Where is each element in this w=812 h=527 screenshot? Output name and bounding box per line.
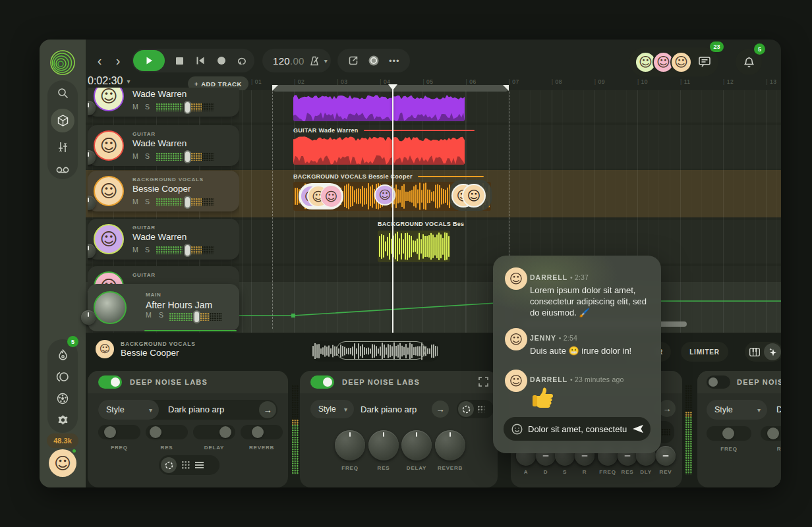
volume-meter[interactable]: [156, 153, 214, 161]
solo-button[interactable]: S: [145, 103, 150, 111]
clip-keys[interactable]: [293, 94, 465, 121]
res-slider[interactable]: [146, 425, 188, 439]
stop-button[interactable]: [169, 50, 190, 71]
redo-forward-button[interactable]: ›: [109, 49, 127, 72]
generate-arrow-button[interactable]: →: [259, 401, 276, 418]
mute-button[interactable]: M: [132, 103, 138, 111]
generate-arrow-button[interactable]: →: [432, 401, 449, 418]
style-dropdown[interactable]: Style▾: [98, 400, 159, 420]
export-icon[interactable]: [343, 50, 363, 71]
mute-button[interactable]: M: [132, 198, 138, 206]
track-card[interactable]: ☺GUITARWade WarrenMS: [88, 219, 239, 260]
waveform-minimap[interactable]: [310, 341, 440, 362]
loop-start-flag[interactable]: [272, 85, 278, 91]
volume-slider-thumb[interactable]: [184, 101, 191, 114]
app-logo[interactable]: [48, 48, 77, 77]
pan-knob[interactable]: [88, 244, 96, 258]
solo-button[interactable]: S: [145, 246, 150, 254]
recordings-icon[interactable]: [51, 158, 74, 182]
stat-counter[interactable]: 48.3k: [47, 433, 78, 448]
res-slider[interactable]: [761, 426, 781, 441]
mixer-sliders-icon[interactable]: [51, 135, 74, 159]
volume-slider-thumb[interactable]: [184, 244, 191, 257]
reverb-slider[interactable]: [241, 425, 283, 439]
expand-icon[interactable]: [478, 377, 488, 387]
grid-mode-icon[interactable]: [478, 406, 484, 412]
play-button[interactable]: [133, 50, 165, 71]
more-options-button[interactable]: •••: [384, 50, 405, 71]
record-button[interactable]: [211, 50, 232, 71]
volume-meter[interactable]: [156, 103, 214, 111]
time-display[interactable]: 0:02:30▾: [88, 75, 130, 87]
track-card[interactable]: ☺GUITARWade WarrenMS: [88, 125, 239, 166]
plugin-toggle[interactable]: [98, 375, 122, 389]
reverb-knob[interactable]: [435, 430, 465, 460]
send-icon[interactable]: [632, 424, 644, 433]
limiter-button[interactable]: LIMITER: [681, 342, 728, 362]
undo-back-button[interactable]: ‹: [91, 49, 108, 72]
res-knob[interactable]: [368, 430, 399, 460]
sample-wheel-icon[interactable]: [51, 387, 74, 410]
volume-meter[interactable]: [156, 198, 214, 206]
loop-mode-icon[interactable]: [458, 401, 474, 417]
minimap-selection[interactable]: [336, 341, 426, 360]
plugin-toggle[interactable]: [707, 375, 730, 389]
playhead[interactable]: [392, 86, 393, 333]
clip-guitar[interactable]: [293, 135, 465, 165]
instruments-cube-icon[interactable]: [51, 109, 74, 132]
volume-slider-thumb[interactable]: [184, 150, 191, 163]
collaborator-avatar-3[interactable]: ☺: [670, 51, 692, 73]
track-card[interactable]: ☺BACKGROUND VOCALSBessie CooperMS: [88, 171, 239, 211]
mute-button[interactable]: M: [146, 311, 152, 319]
collaborators-group: ☺ ☺ ☺: [629, 47, 718, 76]
list-mode-icon[interactable]: [195, 462, 204, 468]
style-dropdown[interactable]: Style▾: [310, 400, 354, 418]
delay-slider[interactable]: [193, 425, 235, 439]
loop-end-flag[interactable]: [503, 85, 509, 91]
playhead-handle[interactable]: [388, 84, 397, 90]
pan-knob[interactable]: [88, 101, 96, 115]
clip-background-vocals-2[interactable]: [378, 231, 450, 262]
comment-avatar-pair[interactable]: ☺ ☺: [450, 180, 492, 211]
tempo-control[interactable]: 120.00 ▾: [262, 49, 331, 72]
message-avatar: ☺: [505, 267, 527, 290]
delay-knob[interactable]: [401, 430, 432, 460]
track-card[interactable]: ☺Wade WarrenMS: [88, 88, 239, 117]
ai-sparkle-icon[interactable]: [764, 343, 781, 360]
volume-meter[interactable]: [156, 246, 214, 254]
loop-button[interactable]: [232, 50, 253, 71]
chat-icon[interactable]: [699, 57, 710, 67]
grid-mode-icon[interactable]: [182, 461, 190, 469]
mute-button[interactable]: M: [132, 246, 138, 254]
reverb-knob[interactable]: [656, 446, 676, 466]
pan-knob[interactable]: [88, 150, 96, 165]
settings-gear-icon[interactable]: [51, 408, 74, 431]
piano-keys-icon[interactable]: [747, 344, 763, 360]
search-icon[interactable]: [51, 81, 74, 105]
loop-mode-icon[interactable]: [161, 457, 177, 473]
plugin-toggle[interactable]: [310, 375, 334, 389]
skip-to-start-button[interactable]: [190, 50, 211, 71]
comment-avatar-cluster[interactable]: ☺ ☺ ☺: [299, 183, 343, 209]
solo-button[interactable]: S: [145, 198, 150, 206]
mute-button[interactable]: M: [132, 152, 138, 160]
emoji-picker-icon[interactable]: [511, 424, 523, 435]
message-text: Lorem ipsum dolor sit amet, consectetur …: [530, 285, 650, 318]
track-card-main[interactable]: MAIN After Hours Jam M S: [88, 284, 239, 331]
solo-button[interactable]: S: [159, 311, 163, 319]
volume-meter[interactable]: [169, 313, 222, 321]
loops-icon[interactable]: [51, 365, 74, 389]
track-name: After Hours Jam: [146, 300, 212, 310]
style-dropdown[interactable]: Style▾: [707, 400, 767, 420]
freq-knob[interactable]: [335, 430, 365, 460]
volume-slider-thumb[interactable]: [184, 196, 191, 209]
chat-input[interactable]: Dolor sit amet, consectetur: [504, 417, 651, 441]
volume-slider-thumb[interactable]: [193, 310, 200, 323]
freq-slider[interactable]: [98, 425, 140, 439]
freq-slider[interactable]: [707, 426, 751, 441]
message-text: Duis aute 😬 irure dolor in!: [530, 345, 650, 356]
solo-button[interactable]: S: [145, 152, 150, 160]
pan-knob[interactable]: [88, 196, 96, 210]
pan-knob[interactable]: [81, 310, 96, 325]
disc-icon[interactable]: [363, 50, 384, 71]
